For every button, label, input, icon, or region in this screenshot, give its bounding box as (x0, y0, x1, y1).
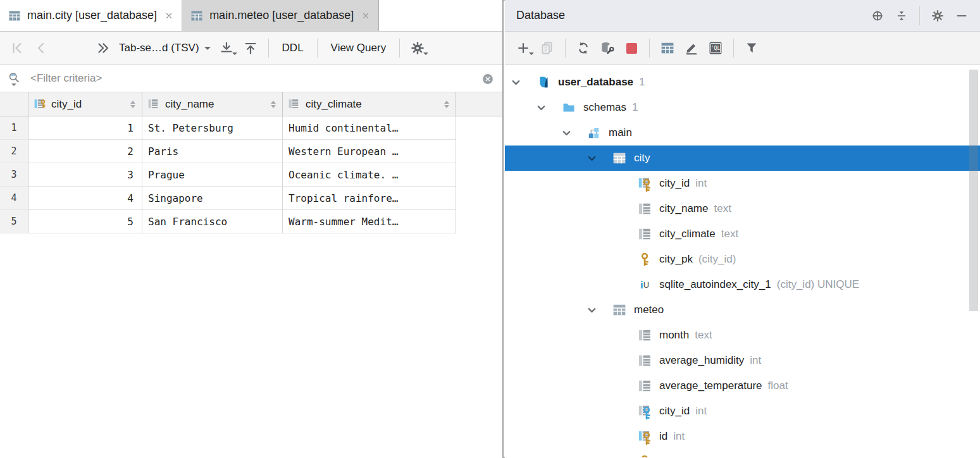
row-number[interactable]: 3 (0, 163, 28, 187)
ide-window: main.city [user_database] main.meteo [us… (0, 0, 980, 458)
query-console-button[interactable] (704, 36, 728, 60)
sort-toggle[interactable] (130, 98, 137, 111)
tree-item-label: city_id (659, 177, 690, 190)
sort-toggle[interactable] (271, 98, 277, 111)
tree-scrollbar-thumb[interactable] (969, 70, 978, 311)
tree-item-city-city-id[interactable]: city_id int (505, 171, 980, 196)
tree-item-main[interactable]: main (505, 120, 980, 145)
cell-city-id[interactable]: 1 (28, 116, 142, 140)
cell-city-name[interactable]: Prague (142, 163, 283, 187)
chevron-down-icon[interactable] (510, 77, 535, 89)
primary-key-icon (636, 454, 653, 457)
chevron-down-icon[interactable] (586, 152, 611, 164)
tree-item-meteo-id[interactable]: id int (505, 424, 980, 449)
column-header-city-name[interactable]: city_name (142, 92, 283, 116)
tab-main-meteo[interactable]: main.meteo [user_database] (182, 0, 379, 31)
collapse-all-button[interactable] (890, 4, 914, 28)
tree-item-city-pk[interactable]: city_pk (city_id) (505, 247, 980, 272)
separator (317, 39, 318, 58)
next-pages-button[interactable] (91, 36, 115, 60)
tree-item-meteo-month[interactable]: month text (505, 323, 980, 348)
add-datasource-button[interactable] (511, 36, 535, 60)
cell-city-id[interactable]: 5 (28, 210, 142, 233)
cell-city-climate[interactable]: Humid continental… (283, 116, 456, 140)
tree-item-city-city-climate[interactable]: city_climate text (505, 221, 980, 247)
tree-item-user-database[interactable]: user_database 1 (505, 70, 980, 95)
chevron-down-icon[interactable] (561, 127, 586, 139)
data-grid: city_id city_name city_climate 1 1 St. P… (0, 92, 502, 233)
cell-city-id[interactable]: 3 (28, 163, 142, 187)
grid-settings-button[interactable] (406, 36, 430, 60)
filter-objects-button[interactable] (740, 36, 764, 60)
tab-label: main.city [user_database] (27, 9, 157, 22)
export-format-dropdown[interactable]: Tab-se…d (TSV) (115, 42, 214, 54)
tree-item-city[interactable]: city (505, 145, 980, 171)
primary-key-column-icon (34, 98, 46, 111)
tree-item-schemas[interactable]: schemas 1 (505, 95, 980, 120)
database-toolbar (505, 32, 980, 65)
stop-button[interactable] (619, 36, 643, 60)
row-number[interactable]: 1 (0, 116, 28, 140)
close-icon[interactable] (164, 11, 173, 20)
column-header-city-id[interactable]: city_id (28, 92, 142, 116)
hide-panel-button[interactable] (950, 4, 974, 28)
separator (268, 39, 269, 58)
tree-item-city-city-name[interactable]: city_name text (505, 196, 980, 221)
export-data-button[interactable] (214, 36, 239, 60)
cell-city-climate[interactable]: Tropical rainfore… (283, 187, 456, 210)
cell-city-name[interactable]: Paris (142, 140, 283, 163)
tree-item-meteo-average-humidity[interactable]: average_humidity int (505, 348, 980, 373)
clear-filter-button[interactable] (481, 72, 495, 86)
panel-settings-button[interactable] (926, 4, 950, 28)
tree-item-type: text (721, 228, 738, 240)
import-data-button[interactable] (239, 36, 263, 60)
ddl-button[interactable]: DDL (275, 36, 311, 60)
tree-item-label: city (634, 152, 650, 164)
tree-item-meteo-city-id[interactable]: city_id int (505, 399, 980, 424)
row-number[interactable]: 2 (0, 140, 28, 163)
caret-icon (423, 53, 428, 58)
cell-city-climate[interactable]: Warm-summer Medit… (283, 210, 456, 233)
panel-title: Database (516, 9, 565, 22)
modify-object-button[interactable] (679, 36, 704, 60)
cell-city-climate[interactable]: Oceanic climate. … (283, 163, 456, 187)
filter-input[interactable] (30, 72, 495, 85)
tree-item-label: id (659, 430, 667, 443)
row-number-header[interactable] (0, 92, 28, 116)
open-table-button[interactable] (655, 36, 679, 60)
sort-toggle[interactable] (444, 98, 450, 111)
cell-city-climate[interactable]: Western European … (283, 140, 456, 163)
refresh-button[interactable] (571, 36, 595, 60)
view-query-button[interactable]: View Query (323, 36, 394, 60)
row-number[interactable]: 5 (0, 210, 28, 233)
search-history-button[interactable] (8, 69, 27, 88)
separator (733, 39, 734, 58)
duplicate-button[interactable] (535, 36, 559, 60)
locate-object-button[interactable] (865, 4, 890, 28)
tree-item-label: city_climate (659, 228, 716, 240)
tree-item-meteo-average-temperature[interactable]: average_temperature float (505, 373, 980, 399)
cell-city-id[interactable]: 4 (28, 187, 142, 210)
cell-city-name[interactable]: San Francisco (142, 210, 283, 233)
column-header-city-climate[interactable]: city_climate (283, 92, 456, 116)
tab-main-city[interactable]: main.city [user_database] (0, 0, 182, 31)
tree-item-sqlite-autoindex[interactable]: iU sqlite_autoindex_city_1 (city_id) UNI… (505, 272, 980, 297)
chevron-down-icon[interactable] (586, 304, 611, 316)
first-page-button[interactable] (5, 36, 29, 60)
tree-item-label: main (609, 127, 632, 139)
tree-item-label: schemas (583, 101, 626, 114)
close-icon[interactable] (361, 11, 370, 20)
chevron-down-icon[interactable] (535, 102, 561, 114)
cell-city-name[interactable]: St. Petersburg (142, 116, 283, 140)
separator (399, 39, 400, 58)
index-icon: iU (636, 276, 653, 293)
datasource-properties-button[interactable] (595, 36, 619, 60)
tree-item-type: int (695, 405, 707, 418)
previous-page-button[interactable] (29, 36, 53, 60)
cell-city-id[interactable]: 2 (28, 140, 142, 163)
tree-item-count: 1 (639, 76, 645, 89)
cell-city-name[interactable]: Singapore (142, 187, 283, 210)
tree-item-meteo[interactable]: meteo (505, 297, 980, 323)
row-number[interactable]: 4 (0, 187, 28, 210)
tree-item-partial[interactable] (505, 449, 980, 457)
